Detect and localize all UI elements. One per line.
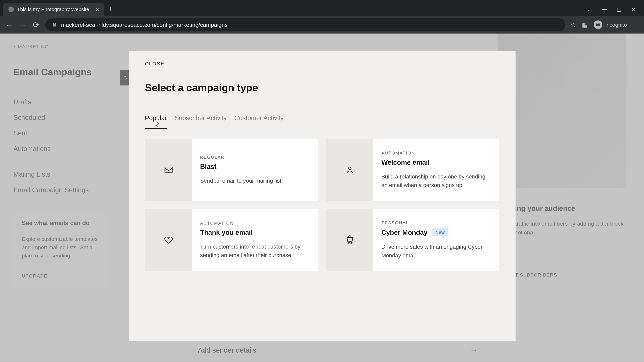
svg-point-3 [351,242,352,243]
card-eyebrow: SEASONAL [381,220,491,225]
browser-titlebar: This is my Photography Website × + ⌄ — ▢… [0,0,644,16]
incognito-icon: 🕶︎ [594,20,602,29]
person-icon [326,139,373,201]
new-tab-button[interactable]: + [108,4,113,13]
lock-icon: 🔒︎ [52,22,57,28]
bookmark-icon[interactable]: ☆ [570,21,576,28]
new-badge: New [432,228,448,237]
tabs-dropdown-icon[interactable]: ⌄ [587,6,592,13]
svg-point-2 [348,242,349,243]
forward-button[interactable]: → [18,20,27,29]
browser-toolbar: ← → ⟳ 🔒︎ mackerel-seal-nldy.squarespace.… [0,16,644,33]
back-button[interactable]: ← [5,20,14,29]
card-title: Blast [200,163,216,170]
address-bar[interactable]: 🔒︎ mackerel-seal-nldy.squarespace.com/co… [45,18,566,31]
campaign-type-modal: CLOSE Select a campaign type Popular Sub… [129,51,516,341]
card-desc: Drive more sales with an engaging Cyber … [381,243,491,260]
card-eyebrow: AUTOMATION [381,150,491,156]
card-eyebrow: REGULAR [200,155,310,160]
card-thank-you-email[interactable]: AUTOMATION Thank you email Turn customer… [145,209,318,271]
extensions-icon[interactable]: ▦ [582,21,588,28]
card-title: Thank you email [200,229,252,236]
card-title: Welcome email [381,159,430,166]
card-title: Cyber Monday [381,229,428,236]
close-button[interactable]: CLOSE [145,61,164,66]
minimize-button[interactable]: — [602,6,606,13]
cart-icon [326,209,373,271]
svg-point-1 [348,167,351,170]
modal-tabs: Popular Subscriber Activity Customer Act… [145,114,500,129]
campaign-cards: REGULAR Blast Send an email to your mail… [145,139,500,271]
favicon [8,6,14,12]
close-tab-icon[interactable]: × [96,6,99,13]
tab-customer-activity[interactable]: Customer Activity [234,114,284,129]
reload-button[interactable]: ⟳ [32,20,40,29]
card-welcome-email[interactable]: AUTOMATION Welcome email Build a relatio… [326,139,500,201]
card-blast[interactable]: REGULAR Blast Send an email to your mail… [145,139,318,201]
browser-tab[interactable]: This is my Photography Website × [3,3,104,16]
card-eyebrow: AUTOMATION [200,221,310,226]
card-desc: Build a relationship on day one by sendi… [381,172,491,189]
cursor-icon [154,120,160,127]
window-controls: ⌄ — ▢ ✕ [587,6,644,16]
heart-icon [145,209,192,271]
svg-rect-0 [165,167,172,173]
card-desc: Turn customers into repeat customers by … [200,242,310,259]
card-cyber-monday[interactable]: SEASONAL Cyber Monday New Drive more sal… [326,209,500,271]
url-text: mackerel-seal-nldy.squarespace.com/confi… [61,22,228,28]
mail-icon [145,139,192,201]
maximize-button[interactable]: ▢ [617,6,621,13]
tab-subscriber-activity[interactable]: Subscriber Activity [174,114,226,129]
close-window-button[interactable]: ✕ [632,6,636,13]
card-desc: Send an email to your mailing list [200,176,310,185]
kebab-menu-icon[interactable]: ⋮ [633,21,639,28]
incognito-badge[interactable]: 🕶︎ Incognito [594,20,627,29]
tab-title: This is my Photography Website [17,6,89,12]
modal-title: Select a campaign type [145,82,500,93]
